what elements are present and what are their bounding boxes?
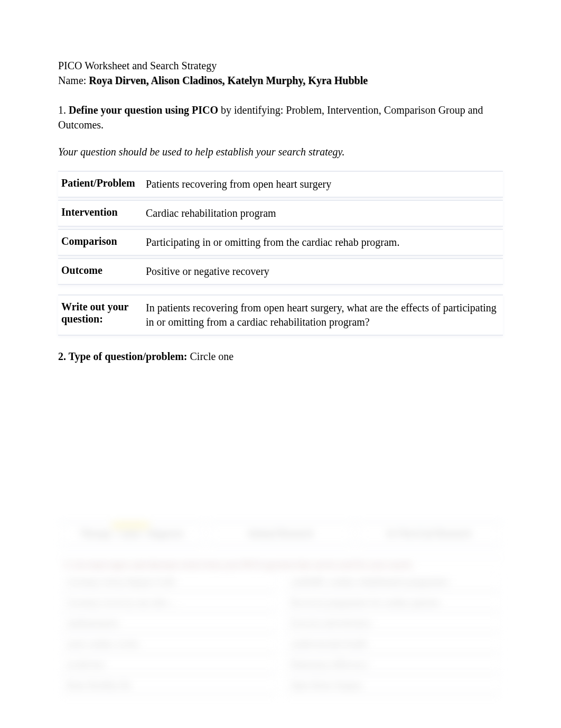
pico-row-comparison: Comparison Participating in or omitting … (58, 229, 503, 256)
blurred-cell: Recovery programme for cardiac patients (285, 594, 500, 612)
blurred-cell: cardiovascular health (285, 635, 500, 653)
name-line: Name: Roya Dirven, Alison Cladinos, Kate… (58, 73, 503, 88)
pico-label: Patient/Problem (61, 177, 146, 189)
section-1-number: 1. (58, 104, 66, 116)
pico-row-outcome: Outcome Positive or negative recovery (58, 258, 503, 285)
section-1-prompt: 1. Define your question using PICO by id… (58, 103, 503, 132)
section-1-note: Your question should be used to help est… (58, 146, 503, 158)
pico-question-label: Write out your question: (61, 301, 146, 325)
pico-row-patient: Patient/Problem Patients recovering from… (58, 171, 503, 198)
section-2-bold: 2. Type of question/problem: (58, 351, 187, 362)
pico-label: Comparison (61, 235, 146, 247)
worksheet-title: PICO Worksheet and Search Strategy (58, 58, 503, 73)
blurred-cell: Coronary recovery rate after ... (61, 594, 276, 612)
pico-value: Positive or negative recovery (146, 264, 500, 279)
blurred-cell: Pulmonary difference (285, 656, 500, 674)
blurred-tab: Therapy / cause / diagnosis (61, 524, 202, 543)
section-2-prompt: 2. Type of question/problem: Circle one (58, 351, 503, 363)
pico-table: Patient/Problem Patients recovering from… (58, 171, 503, 336)
blurred-tab: Animal Research (210, 524, 351, 543)
student-names: Roya Dirven, Alison Cladinos, Katelyn Mu… (89, 75, 368, 86)
blurred-grid: Coronary Artery Bypass Graft cardiORC ca… (58, 572, 503, 696)
pico-value: Patients recovering from open heart surg… (146, 177, 500, 191)
pico-row-question: Write out your question: In patients rec… (58, 294, 503, 336)
section-1-bold: Define your question using PICO (69, 104, 218, 116)
blurred-cell: Open Heart Surgery (285, 677, 500, 694)
blurred-subhead: 3. List main topics and alternate terms … (58, 558, 503, 572)
blurred-tab: In Vitro/Lab Research (359, 524, 500, 543)
blurred-cell: recidivism (61, 656, 276, 674)
blurred-cell: Exercise and tolerance (285, 615, 500, 632)
blurred-tab-row: Therapy / cause / diagnosis Animal Resea… (58, 521, 503, 546)
blurred-cell: randomization (61, 615, 276, 632)
pico-value: Cardiac rehabilitation program (146, 206, 500, 220)
pico-row-intervention: Intervention Cardiac rehabilitation prog… (58, 200, 503, 227)
blurred-preview: Therapy / cause / diagnosis Animal Resea… (58, 521, 503, 696)
pico-label: Intervention (61, 206, 146, 218)
pico-question-value: In patients recovering from open heart s… (146, 301, 500, 329)
blurred-cell: acute cardiac events (61, 635, 276, 653)
name-label: Name: (58, 75, 86, 86)
pico-label: Outcome (61, 264, 146, 277)
pico-value: Participating in or omitting from the ca… (146, 235, 500, 250)
blurred-cell: Coronary Artery Bypass Graft (61, 574, 276, 591)
section-2-rest: Circle one (187, 351, 233, 362)
blurred-cell: Heart Healthy life (61, 677, 276, 694)
blurred-cell: cardiORC cardiac rehabilitation programm… (285, 574, 500, 591)
